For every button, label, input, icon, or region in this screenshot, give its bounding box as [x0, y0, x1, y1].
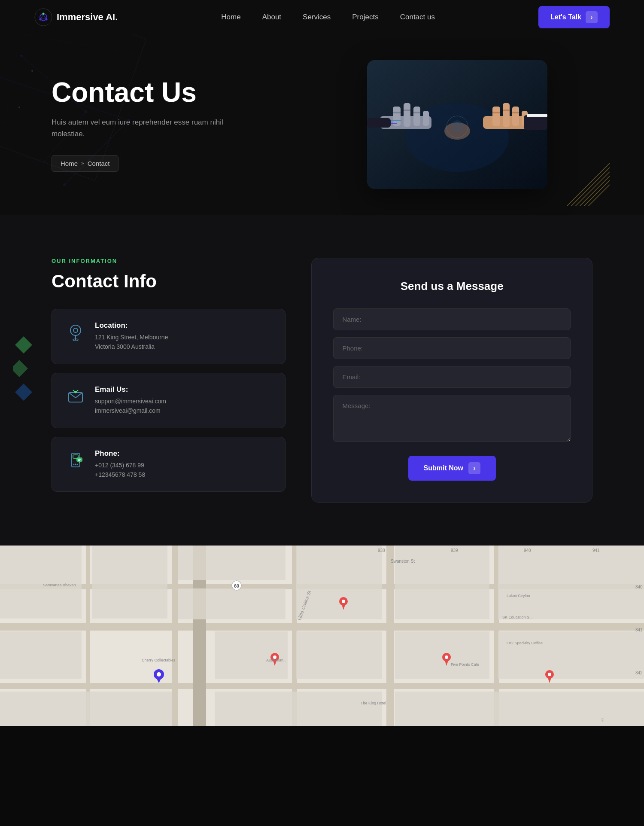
svg-rect-72	[0, 683, 644, 689]
svg-rect-35	[512, 107, 519, 126]
svg-text:©: ©	[601, 718, 605, 722]
svg-line-46	[575, 172, 610, 206]
hero-title: Contact Us	[52, 77, 322, 107]
navbar: Immersive AI. Home About Services Projec…	[0, 0, 644, 34]
hero-subtitle: Huis autem vel eum iure reprehender esse…	[52, 116, 232, 140]
svg-point-108	[548, 673, 551, 676]
svg-text:Lakmi Ceylon: Lakmi Ceylon	[507, 594, 530, 598]
logo-icon	[34, 8, 52, 26]
svg-text:Swanston St: Swanston St	[391, 559, 415, 564]
phone-icon	[65, 449, 86, 471]
nav-home[interactable]: Home	[221, 13, 240, 21]
svg-text:842: 842	[635, 671, 643, 675]
svg-point-65	[77, 463, 78, 465]
svg-rect-41	[527, 114, 547, 117]
svg-text:Australian...: Australian...	[266, 658, 287, 662]
svg-rect-39	[512, 112, 519, 113]
logo-text: Immersive AI.	[57, 12, 118, 23]
svg-rect-25	[393, 112, 401, 113]
svg-rect-85	[296, 546, 382, 619]
email-card: Email Us: support@immersiveai.com immers…	[52, 373, 286, 428]
email-icon	[65, 385, 86, 407]
svg-point-14	[20, 55, 23, 57]
svg-point-13	[63, 183, 66, 186]
map-illustration: Little Collins St Swanston St Saravanaa …	[0, 546, 644, 726]
svg-rect-23	[413, 107, 420, 126]
contact-section: OUR INFORMATION Contact Info Location: 1…	[0, 215, 644, 546]
svg-rect-87	[395, 546, 489, 619]
phone-card: Phone: +012 (345) 678 99 +12345678 478 5…	[52, 437, 286, 492]
svg-rect-82	[178, 546, 286, 580]
svg-rect-22	[404, 103, 410, 127]
email-text: Email Us: support@immersiveai.com immers…	[95, 385, 166, 416]
svg-rect-34	[503, 103, 510, 127]
svg-point-54	[73, 328, 78, 332]
breadcrumb-current: Contact	[88, 160, 110, 167]
nav-projects[interactable]: Projects	[352, 13, 378, 21]
location-icon	[65, 321, 86, 343]
svg-point-4	[39, 18, 42, 21]
hero-left: Contact Us Huis autem vel eum iure repre…	[52, 77, 322, 172]
breadcrumb-home[interactable]: Home	[61, 160, 78, 167]
svg-text:Cherry Collectables: Cherry Collectables	[142, 658, 176, 662]
nav-contact[interactable]: Contact us	[400, 13, 435, 21]
svg-text:SK Education S...: SK Education S...	[502, 615, 533, 619]
section-title: Contact Info	[52, 271, 286, 292]
location-text: Location: 121 King Street, Melbourne Vic…	[95, 321, 168, 352]
svg-rect-93	[215, 692, 382, 726]
svg-text:The King Hotel: The King Hotel	[361, 701, 386, 705]
svg-text:939: 939	[451, 548, 458, 553]
form-card: Send us a Message Submit Now ›	[311, 258, 592, 503]
svg-rect-91	[0, 631, 82, 679]
breadcrumb-separator: »	[81, 160, 84, 166]
svg-rect-21	[393, 107, 401, 126]
svg-rect-80	[0, 546, 82, 619]
svg-point-53	[70, 325, 81, 335]
logo[interactable]: Immersive AI.	[34, 8, 118, 26]
hero-section: Contact Us Huis autem vel eum iure repre…	[0, 34, 644, 215]
svg-point-3	[46, 18, 48, 21]
svg-point-16	[31, 70, 33, 72]
lets-talk-button[interactable]: Let's Talk ›	[538, 6, 610, 28]
svg-rect-90	[498, 631, 644, 679]
hero-right	[322, 60, 592, 189]
svg-point-17	[18, 107, 20, 108]
svg-rect-88	[395, 631, 489, 679]
svg-point-96	[157, 672, 161, 677]
phone-input[interactable]	[333, 337, 571, 359]
nav-about[interactable]: About	[262, 13, 281, 21]
nav-services[interactable]: Services	[303, 13, 331, 21]
svg-point-0	[35, 9, 52, 26]
svg-text:938: 938	[378, 548, 385, 553]
form-title: Send us a Message	[333, 280, 571, 293]
svg-text:941: 941	[592, 548, 600, 553]
svg-rect-74	[172, 546, 178, 726]
svg-point-63	[73, 463, 75, 465]
name-input[interactable]	[333, 308, 571, 330]
svg-point-64	[75, 463, 76, 465]
svg-rect-30	[367, 118, 391, 128]
email-input[interactable]	[333, 366, 571, 388]
svg-point-102	[342, 600, 345, 603]
svg-rect-27	[413, 112, 420, 113]
svg-point-43	[451, 120, 464, 133]
svg-line-47	[580, 176, 610, 206]
svg-rect-83	[178, 588, 286, 619]
svg-rect-40	[524, 115, 547, 130]
svg-text:LB2 Specialty Coffee: LB2 Specialty Coffee	[507, 641, 543, 645]
message-input[interactable]	[333, 395, 571, 442]
svg-marker-51	[13, 360, 28, 377]
svg-rect-71	[0, 623, 644, 631]
phone-text: Phone: +012 (345) 678 99 +12345678 478 5…	[95, 449, 145, 480]
contact-form-right: Send us a Message Submit Now ›	[311, 258, 592, 503]
svg-marker-52	[15, 384, 32, 401]
breadcrumb: Home » Contact	[52, 155, 118, 172]
svg-rect-76	[386, 546, 394, 726]
svg-point-60	[75, 391, 77, 393]
submit-button[interactable]: Submit Now ›	[408, 456, 496, 481]
svg-text:Saravanaa Bhavan: Saravanaa Bhavan	[43, 583, 76, 587]
svg-rect-37	[492, 112, 500, 113]
svg-text:841: 841	[635, 628, 643, 632]
nav-links: Home About Services Projects Contact us	[221, 13, 435, 21]
svg-rect-81	[92, 546, 167, 619]
